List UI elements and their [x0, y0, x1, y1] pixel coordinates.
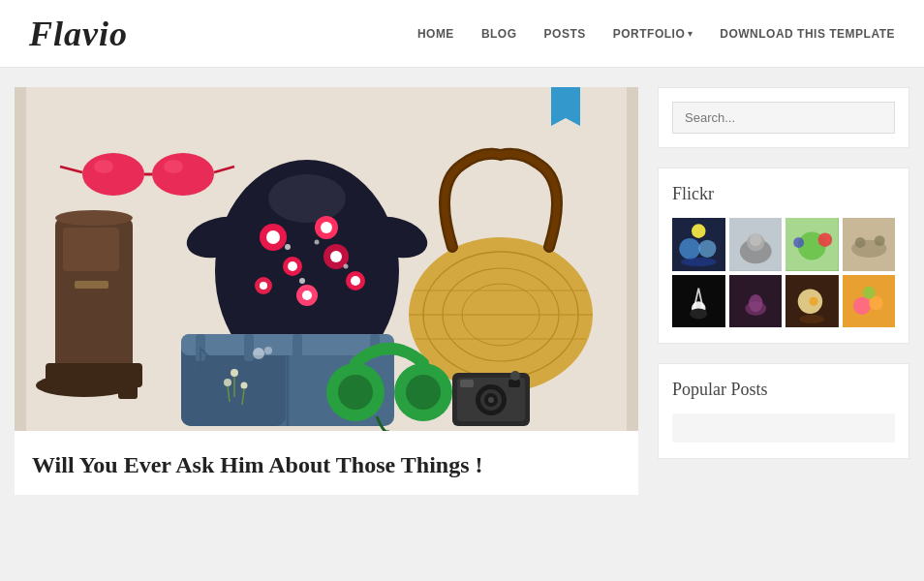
- flickr-widget: Flickr: [658, 168, 909, 344]
- svg-point-14: [164, 160, 183, 173]
- dropdown-arrow-icon: ▾: [688, 28, 693, 39]
- nav-posts[interactable]: POSTS: [544, 27, 586, 41]
- svg-point-56: [241, 382, 248, 389]
- nav-blog[interactable]: BLOG: [481, 27, 517, 41]
- svg-point-16: [268, 174, 346, 223]
- flickr-widget-title: Flickr: [672, 184, 895, 204]
- svg-rect-5: [118, 370, 138, 399]
- svg-rect-6: [63, 228, 119, 271]
- svg-point-28: [302, 290, 312, 300]
- svg-point-77: [681, 258, 716, 266]
- svg-rect-93: [690, 308, 707, 319]
- svg-rect-71: [508, 380, 520, 387]
- svg-point-89: [854, 237, 865, 248]
- svg-point-70: [488, 397, 494, 403]
- svg-point-22: [321, 222, 332, 233]
- svg-point-13: [94, 160, 113, 173]
- post-image: [15, 87, 638, 431]
- svg-point-102: [852, 296, 870, 314]
- main-nav: HOME BLOG POSTS PORTFOLIO ▾ DOWNLOAD THI…: [417, 27, 895, 41]
- svg-rect-3: [75, 281, 108, 289]
- flickr-thumb-8[interactable]: [843, 275, 896, 328]
- svg-point-8: [82, 153, 144, 196]
- logo[interactable]: Flavio: [29, 14, 128, 54]
- sidebar: Flickr: [658, 87, 909, 459]
- svg-point-55: [224, 379, 231, 386]
- flickr-thumb-3[interactable]: [785, 218, 839, 271]
- svg-point-63: [338, 375, 373, 410]
- svg-point-78: [692, 224, 706, 238]
- popular-posts-title: Popular Posts: [672, 380, 895, 400]
- flickr-thumb-2[interactable]: [729, 218, 783, 271]
- nav-download[interactable]: DOWNLOAD THIS TEMPLATE: [720, 27, 895, 41]
- svg-point-24: [288, 261, 297, 271]
- svg-point-90: [874, 235, 884, 246]
- svg-rect-72: [460, 380, 474, 387]
- search-input[interactable]: [672, 102, 895, 134]
- svg-point-52: [253, 348, 264, 359]
- svg-point-54: [231, 369, 238, 377]
- flickr-thumb-1[interactable]: [672, 218, 725, 271]
- main-content: Will You Ever Ask Him About Those Things…: [15, 87, 638, 495]
- svg-point-75: [679, 238, 700, 260]
- svg-point-85: [818, 232, 833, 247]
- svg-point-99: [810, 296, 818, 305]
- svg-rect-48: [244, 334, 254, 361]
- svg-rect-49: [293, 334, 302, 361]
- svg-point-35: [299, 278, 305, 284]
- post-title: Will You Ever Ask Him About Those Things…: [32, 450, 621, 480]
- search-widget: [658, 87, 909, 148]
- svg-point-36: [344, 264, 349, 269]
- nav-portfolio-item: PORTFOLIO ▾: [613, 27, 693, 41]
- svg-point-34: [315, 240, 320, 245]
- popular-posts-widget: Popular Posts: [658, 363, 909, 459]
- svg-point-104: [862, 286, 875, 298]
- post-card: Will You Ever Ask Him About Those Things…: [15, 87, 638, 495]
- svg-point-32: [351, 276, 360, 286]
- flickr-thumb-7[interactable]: [785, 275, 839, 328]
- svg-point-7: [55, 210, 133, 226]
- svg-point-26: [330, 251, 342, 262]
- post-title-area: Will You Ever Ask Him About Those Things…: [15, 431, 638, 495]
- flickr-thumb-4[interactable]: [843, 218, 896, 271]
- svg-point-82: [749, 233, 761, 246]
- svg-point-33: [285, 244, 291, 250]
- svg-point-53: [264, 347, 272, 354]
- camera-illustration: [452, 371, 530, 426]
- svg-point-76: [698, 240, 716, 258]
- nav-portfolio[interactable]: PORTFOLIO: [613, 27, 686, 41]
- flickr-grid: [672, 218, 895, 327]
- svg-point-64: [406, 375, 441, 410]
- svg-point-100: [800, 314, 824, 322]
- popular-posts-placeholder: [672, 413, 895, 443]
- page-wrapper: Will You Ever Ask Him About Those Things…: [0, 68, 924, 514]
- svg-point-30: [260, 282, 267, 290]
- nav-home[interactable]: HOME: [417, 27, 454, 41]
- svg-point-86: [793, 237, 804, 248]
- content-layout: Will You Ever Ask Him About Those Things…: [15, 87, 909, 495]
- flickr-thumb-5[interactable]: [672, 275, 725, 328]
- svg-point-9: [152, 153, 214, 196]
- svg-point-96: [748, 293, 762, 311]
- post-image-wrap: [15, 87, 638, 431]
- svg-point-20: [266, 230, 280, 244]
- svg-point-73: [510, 371, 520, 381]
- flatlay-illustration: [15, 87, 638, 431]
- flickr-thumb-6[interactable]: [729, 275, 783, 328]
- site-header: Flavio HOME BLOG POSTS PORTFOLIO ▾ DOWNL…: [0, 0, 924, 68]
